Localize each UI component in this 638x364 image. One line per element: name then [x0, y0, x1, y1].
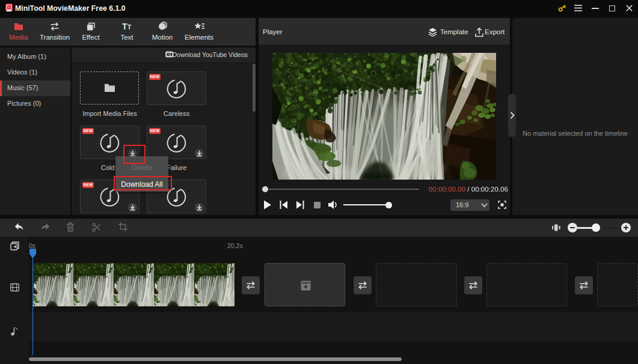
- svg-text:T: T: [122, 22, 127, 31]
- svg-text:T: T: [127, 24, 131, 31]
